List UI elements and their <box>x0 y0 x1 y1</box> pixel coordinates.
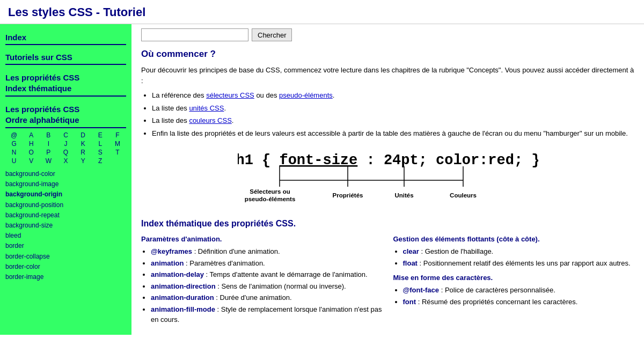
svg-text:Propriétés: Propriétés <box>332 192 363 199</box>
alpha-P[interactable]: P <box>40 149 57 156</box>
link-keyframes[interactable]: @keyframes <box>151 247 192 255</box>
animation-list: @keyframes : Définition d'une animation.… <box>151 246 383 325</box>
link-animation-fill-mode[interactable]: animation-fill-mode <box>151 305 215 313</box>
prop-bleed[interactable]: bleed <box>5 232 21 239</box>
search-button[interactable]: Chercher <box>252 28 292 41</box>
alpha-G[interactable]: G <box>5 140 23 148</box>
list-item: background-color <box>5 169 126 179</box>
sidebar: Index Tutoriels sur CSS Les propriétés C… <box>0 24 131 335</box>
list-item: background-origin <box>5 189 126 200</box>
sidebar-property-list: background-color background-image backgr… <box>5 169 126 282</box>
prop-border-color[interactable]: border-color <box>5 263 40 270</box>
svg-text:Couleurs: Couleurs <box>450 192 477 199</box>
link-font[interactable]: font <box>403 298 416 306</box>
animation-section-title: Paramètres d'animation. <box>141 235 383 243</box>
alpha-F[interactable]: F <box>109 131 126 139</box>
thematic-left-col: Paramètres d'animation. @keyframes : Déf… <box>141 235 383 330</box>
alpha-D[interactable]: D <box>75 131 92 139</box>
link-animation-direction[interactable]: animation-direction <box>151 282 216 290</box>
prop-border-collapse[interactable]: border-collapse <box>5 253 50 260</box>
prop-background-position[interactable]: background-position <box>5 201 63 209</box>
main-content: Chercher Où commencer ? Pour découvrir l… <box>131 24 644 335</box>
css-diagram-svg: h1 { font-size : 24pt; color:red; } <box>238 144 538 208</box>
prop-background-origin[interactable]: background-origin <box>5 190 62 198</box>
float-section-title: Gestion des éléments flottants (côte à c… <box>393 235 635 243</box>
list-item: bleed <box>5 231 126 241</box>
link-font-face[interactable]: @font-face <box>403 286 440 294</box>
link-float[interactable]: float <box>403 259 418 267</box>
prop-background-color[interactable]: background-color <box>5 170 55 178</box>
prop-background-image[interactable]: background-image <box>5 180 58 188</box>
list-item: animation-delay : Temps d'attente avant … <box>151 269 383 280</box>
list-item: La référence des sélecteurs CSS ou des p… <box>152 90 634 101</box>
alpha-B[interactable]: B <box>40 131 57 139</box>
page-title: Les styles CSS - Tutoriel <box>0 0 644 24</box>
sidebar-item-index[interactable]: Index <box>5 28 126 45</box>
alpha-Y[interactable]: Y <box>75 157 92 165</box>
thematic-index-title: Index thématique des propriétés CSS. <box>141 219 634 229</box>
alpha-U[interactable]: U <box>5 157 23 165</box>
alpha-W[interactable]: W <box>40 157 57 165</box>
prop-border[interactable]: border <box>5 242 24 249</box>
link-pseudo[interactable]: pseudo-éléments <box>279 91 333 99</box>
alpha-E[interactable]: E <box>92 131 109 139</box>
font-section-title: Mise en forme des caractères. <box>393 274 635 282</box>
float-list: clear : Gestion de l'habillage. float : … <box>403 246 635 268</box>
intro-list: La référence des sélecteurs CSS ou des p… <box>152 90 634 138</box>
prop-background-repeat[interactable]: background-repeat <box>5 211 60 219</box>
sidebar-item-tutoriels[interactable]: Tutoriels sur CSS <box>5 48 126 65</box>
link-clear[interactable]: clear <box>403 247 419 255</box>
sidebar-alpha-grid: @ A B C D E F G H I J K L M N O P Q R S … <box>5 131 126 165</box>
list-item: font : Résumé des propriétés concernant … <box>403 297 635 307</box>
alpha-O[interactable]: O <box>23 149 40 156</box>
list-item: border <box>5 241 126 251</box>
alpha-I[interactable]: I <box>40 140 57 148</box>
list-item: @font-face : Police de caractères person… <box>403 285 635 296</box>
alpha-at[interactable]: @ <box>5 131 23 139</box>
alpha-M[interactable]: M <box>109 140 126 148</box>
thematic-index: Index thématique des propriétés CSS. Par… <box>141 219 634 330</box>
list-item: clear : Gestion de l'habillage. <box>403 246 635 257</box>
link-selecteurs[interactable]: sélecteurs CSS <box>206 91 254 99</box>
list-item: border-color <box>5 262 126 272</box>
list-item: background-position <box>5 200 126 210</box>
alpha-Z[interactable]: Z <box>92 157 109 165</box>
list-item: La liste des couleurs CSS. <box>152 115 634 126</box>
link-animation[interactable]: animation <box>151 259 184 267</box>
alpha-A[interactable]: A <box>23 131 40 139</box>
alpha-T[interactable]: T <box>109 149 126 156</box>
list-item: border-collapse <box>5 252 126 262</box>
alpha-R[interactable]: R <box>75 149 92 156</box>
list-item: background-repeat <box>5 210 126 221</box>
list-item: border-image <box>5 272 126 282</box>
link-animation-duration[interactable]: animation-duration <box>151 293 214 302</box>
thematic-columns: Paramètres d'animation. @keyframes : Déf… <box>141 235 634 330</box>
link-animation-delay[interactable]: animation-delay <box>151 270 204 278</box>
link-unites[interactable]: unités CSS <box>189 104 224 112</box>
where-to-start-title: Où commencer ? <box>141 49 634 60</box>
svg-text:Sélecteurs ou: Sélecteurs ou <box>250 188 290 195</box>
prop-background-size[interactable]: background-size <box>5 222 53 229</box>
alpha-N[interactable]: N <box>5 149 23 156</box>
search-input[interactable] <box>141 28 248 41</box>
link-couleurs[interactable]: couleurs CSS <box>189 116 231 124</box>
alpha-J[interactable]: J <box>57 140 74 148</box>
svg-text:h1 {  font-size : 24pt;  color: h1 { font-size : 24pt; color:red; } <box>238 152 538 168</box>
font-list: @font-face : Police de caractères person… <box>403 285 635 307</box>
alpha-Q[interactable]: Q <box>57 149 74 156</box>
alpha-X[interactable]: X <box>57 157 74 165</box>
sidebar-item-thematic[interactable]: Les propriétés CSSIndex thématique <box>5 68 126 97</box>
alpha-C[interactable]: C <box>57 131 74 139</box>
alpha-L[interactable]: L <box>92 140 109 148</box>
list-item: animation-fill-mode : Style de remplacem… <box>151 304 383 325</box>
list-item: animation : Paramètres d'animation. <box>151 258 383 269</box>
list-item: animation-direction : Sens de l'animatio… <box>151 281 383 292</box>
prop-border-image[interactable]: border-image <box>5 273 43 281</box>
sidebar-item-alpha[interactable]: Les propriétés CSSOrdre alphabétique <box>5 100 126 128</box>
svg-text:Unités: Unités <box>394 192 413 199</box>
alpha-V[interactable]: V <box>23 157 40 165</box>
css-diagram: h1 { font-size : 24pt; color:red; } <box>141 144 634 208</box>
alpha-S[interactable]: S <box>92 149 109 156</box>
alpha-H[interactable]: H <box>23 140 40 148</box>
alpha-K[interactable]: K <box>75 140 92 148</box>
